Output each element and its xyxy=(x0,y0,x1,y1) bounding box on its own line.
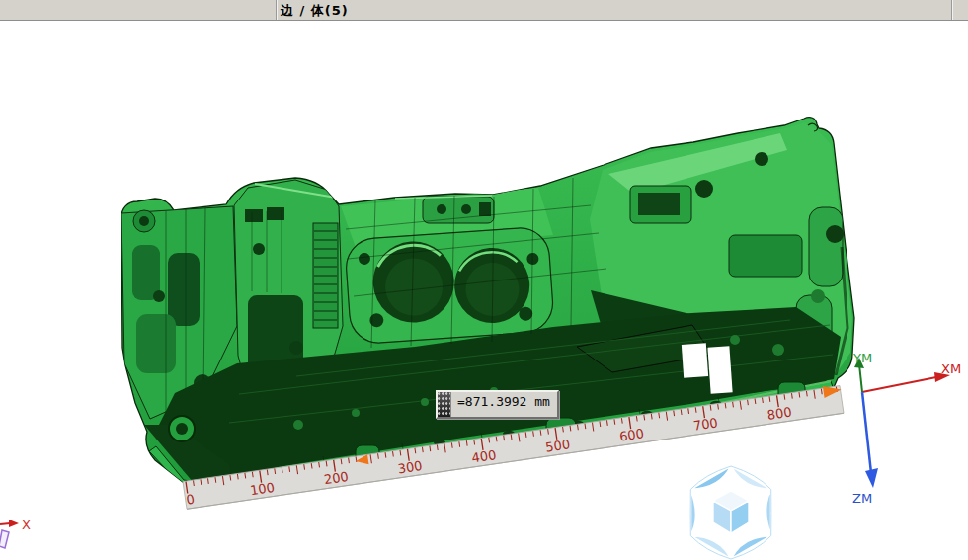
titlebar-label: 边 / 体(5) xyxy=(281,2,349,20)
ym-axis-label: YM xyxy=(852,351,872,365)
toolbar-divider xyxy=(951,0,953,20)
dynamic-csys-triad[interactable]: XM YM ZM xyxy=(852,351,961,506)
zm-axis-label: ZM xyxy=(852,491,872,506)
toolbar: 边 / 体(5) xyxy=(0,0,968,21)
drag-handle-icon[interactable] xyxy=(438,392,451,417)
x-axis-label: X xyxy=(22,518,31,532)
ym-axis[interactable] xyxy=(859,364,862,392)
zm-arrow-icon[interactable] xyxy=(865,468,878,488)
dimension-input-box[interactable]: =871.3992 mm xyxy=(436,390,559,419)
logo-cube-icon xyxy=(713,491,749,533)
x-arrow-icon xyxy=(9,520,19,527)
wcs-plane-glyph xyxy=(0,530,9,548)
zm-axis[interactable] xyxy=(862,392,871,473)
xm-axis[interactable] xyxy=(862,377,936,392)
xm-axis-label: XM xyxy=(941,361,961,376)
toolbar-divider xyxy=(276,0,278,20)
viewport[interactable]: 0100200300400500600700800 XM YM ZM X xyxy=(0,21,968,560)
viewport-canvas[interactable]: 0100200300400500600700800 XM YM ZM X xyxy=(0,21,968,560)
measurement-value: =871.3992 mm xyxy=(451,392,557,417)
wcs-x-axis-indicator: X xyxy=(0,518,31,548)
brand-watermark-logo xyxy=(690,466,771,559)
